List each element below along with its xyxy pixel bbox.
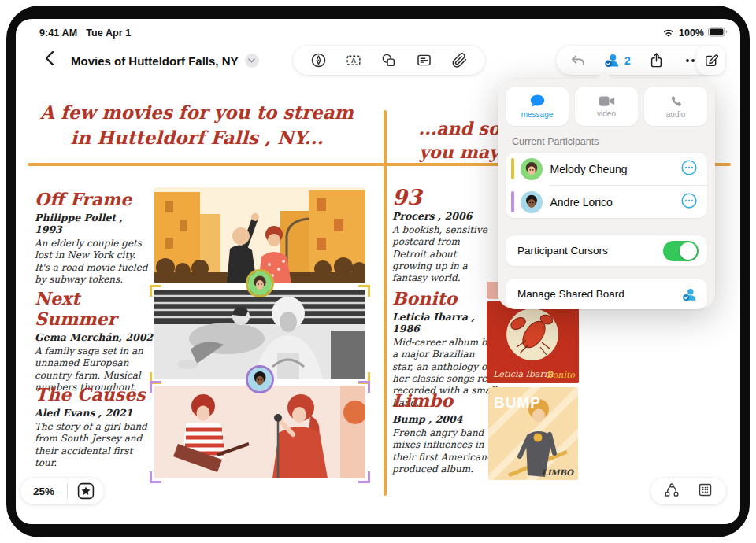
ellipsis-circle-icon — [680, 159, 698, 176]
toggle-knob — [680, 242, 697, 260]
movie-still-the-causes[interactable] — [154, 386, 365, 478]
participant-row-andre: Andre Lorico — [506, 186, 707, 218]
movie-description: The story of a girl band from South Jers… — [35, 421, 154, 469]
participant-options-button[interactable] — [680, 192, 698, 212]
movie-title: Next Summer — [35, 288, 154, 329]
andre-accent-bar — [511, 191, 514, 212]
participant-cursors-label: Participant Cursors — [517, 245, 663, 257]
page-title: Movies of Hutteldorf Falls, NY — [71, 54, 239, 68]
cover-band-text: BUMP — [494, 394, 541, 411]
message-button[interactable]: message — [506, 87, 569, 126]
participant-options-button[interactable] — [680, 159, 698, 179]
message-bubble-icon — [530, 94, 545, 108]
orange-vertical-divider[interactable] — [384, 110, 387, 496]
chevron-down-icon — [248, 58, 255, 63]
draw-tool-button[interactable] — [308, 50, 328, 72]
album-byline: Leticia Ibarra , 1986 — [392, 311, 498, 334]
collaboration-button[interactable]: 2 — [604, 52, 631, 68]
collaboration-people-icon — [604, 52, 621, 68]
participant-cursors-row: Participant Cursors — [506, 235, 707, 266]
wifi-icon — [662, 28, 675, 39]
screen: 9:41 AM Tue Apr 1 100% Movies of Hutteld… — [16, 19, 740, 524]
album-byline: Procers , 2006 — [392, 210, 493, 222]
star-icon — [76, 482, 95, 501]
title-menu-button[interactable] — [245, 54, 259, 68]
movie-note-the-causes[interactable]: The Causes Aled Evans , 2021 The story o… — [35, 384, 154, 469]
melody-avatar-icon — [248, 272, 272, 295]
shapes-icon — [380, 52, 397, 68]
album-description: French angry band mixes influences in th… — [392, 427, 495, 475]
status-date: Tue Apr 1 — [86, 28, 131, 39]
battery-icon — [708, 27, 728, 39]
album-title: 93 — [392, 187, 493, 208]
participant-name: Andre Lorico — [550, 196, 681, 209]
manage-people-icon — [682, 286, 699, 302]
avatar — [521, 191, 543, 213]
connector-icon — [663, 482, 680, 498]
melody-accent-bar — [511, 158, 514, 179]
new-board-button[interactable] — [696, 46, 725, 75]
off-frame-illustration — [154, 187, 365, 283]
manage-shared-board-button[interactable]: Manage Shared Board — [506, 279, 707, 309]
connector-lines-button[interactable] — [663, 482, 680, 501]
board-heading-left[interactable]: A few movies for you to stream in Huttel… — [24, 100, 370, 150]
chevron-left-icon — [44, 50, 54, 69]
canvas-view-controls — [650, 478, 726, 504]
participants-card: Melody Cheung Andre Lorico — [506, 153, 707, 218]
text-tool-button[interactable]: A — [343, 50, 364, 72]
audio-button[interactable]: audio — [644, 87, 707, 126]
participant-cursor-andre — [248, 368, 272, 391]
phone-icon — [669, 94, 683, 108]
collaboration-popover: message video audio Current Participants — [498, 79, 715, 308]
movie-still-next-summer[interactable] — [154, 290, 365, 379]
shapes-tool-button[interactable] — [379, 50, 399, 72]
share-icon — [649, 52, 664, 68]
next-summer-illustration — [154, 290, 365, 379]
marker-pen-icon — [310, 52, 327, 68]
undo-button[interactable] — [568, 50, 588, 72]
audio-label: audio — [666, 110, 685, 119]
participant-cursors-toggle[interactable] — [663, 241, 699, 261]
album-cover-bonito[interactable]: Leticia Ibarra Bonito — [487, 301, 579, 383]
cover-title-text: Bonito — [547, 370, 576, 380]
album-note-93[interactable]: 93 Procers , 2006 A bookish, sensitive p… — [392, 187, 493, 285]
movie-byline: Gema Merchán, 2002 — [35, 331, 154, 343]
status-bar-left: 9:41 AM Tue Apr 1 — [39, 28, 131, 39]
movie-still-off-frame[interactable] — [154, 187, 365, 283]
participant-count-badge: 2 — [624, 54, 631, 67]
album-cover-limbo[interactable]: BUMP LIMBO — [488, 387, 578, 480]
status-time: 9:41 AM — [39, 28, 77, 39]
movie-description: An elderly couple gets lost in New York … — [35, 238, 153, 286]
tools-toolbar: A — [293, 46, 485, 75]
attachment-tool-button[interactable] — [450, 50, 470, 72]
heading-left-line1: A few movies for you to stream — [24, 100, 370, 125]
back-button[interactable] — [39, 50, 58, 69]
board-title-control[interactable]: Movies of Hutteldorf Falls, NY — [71, 54, 259, 68]
participants-header: Current Participants — [512, 136, 701, 147]
andre-avatar-icon — [521, 191, 543, 213]
favorite-button[interactable] — [68, 482, 104, 501]
the-causes-illustration — [154, 386, 365, 478]
album-note-limbo[interactable]: Limbo Bump , 2004 French angry band mixe… — [392, 390, 495, 475]
communication-buttons: message video audio — [506, 87, 707, 126]
grid-snap-button[interactable] — [697, 482, 713, 501]
cover-title-text: LIMBO — [542, 468, 574, 477]
album-description: A bookish, sensitive postcard from Detro… — [392, 224, 493, 285]
ipad-device-frame: 9:41 AM Tue Apr 1 100% Movies of Hutteld… — [6, 6, 750, 537]
grid-icon — [697, 482, 713, 498]
movie-note-next-summer[interactable]: Next Summer Gema Merchán, 2002 A family … — [35, 288, 154, 393]
andre-avatar-icon — [248, 368, 272, 391]
zoom-level-button[interactable]: 25% — [20, 486, 67, 497]
movie-note-off-frame[interactable]: Off Frame Philippe Pollet , 1993 An elde… — [35, 189, 153, 286]
participant-cursor-melody — [248, 272, 272, 295]
svg-text:A: A — [351, 57, 356, 65]
text-box-icon: A — [345, 52, 362, 68]
manage-shared-board-label: Manage Shared Board — [517, 288, 682, 300]
video-button[interactable]: video — [575, 87, 638, 126]
movie-byline: Aled Evans , 2021 — [35, 407, 154, 419]
share-button[interactable] — [647, 50, 667, 72]
album-byline: Bump , 2004 — [392, 413, 495, 425]
sticky-note-tool-button[interactable] — [414, 50, 435, 72]
cover-artist-text: Leticia Ibarra — [493, 369, 554, 379]
compose-icon — [703, 53, 719, 68]
